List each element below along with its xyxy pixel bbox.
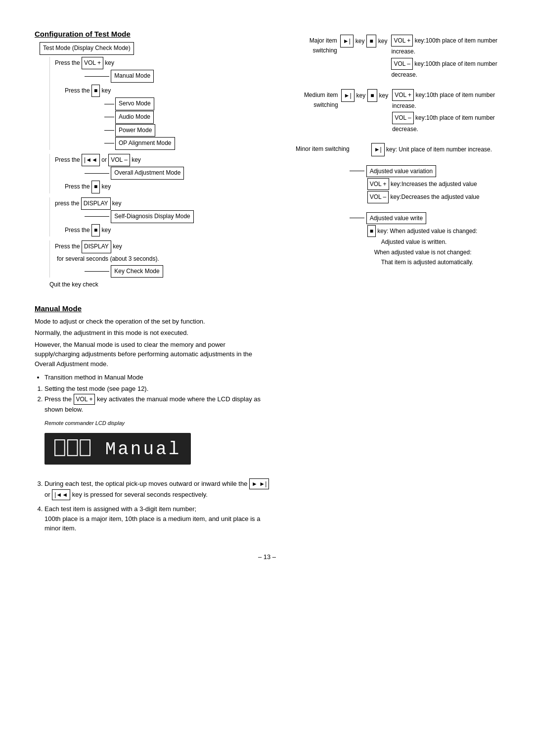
- adj-var-label: Adjusted value variation: [366, 165, 436, 177]
- adj-var-descriptions: VOL + key:Increases the adjusted value V…: [367, 178, 499, 203]
- root-box: Test Mode (Display Check Mode): [40, 42, 134, 55]
- press-display-key: press the DISPLAY key: [55, 197, 270, 210]
- prev-key-inline: |◄◄: [52, 489, 70, 500]
- self-diag-box: Self-Diagnosis Display Mode: [111, 210, 193, 223]
- ff-key-inline: ► ►|: [249, 478, 269, 489]
- right-column: Major item switching ►| key ■ key VOL + …: [285, 30, 499, 533]
- major-switching-label: Major item switching: [285, 35, 337, 56]
- step-1: Setting the test mode (see page 12).: [44, 384, 270, 394]
- medium-switching-label: Medium item switching: [285, 89, 338, 110]
- medium-ff-key: ►|: [341, 89, 355, 102]
- major-stop-key: ■: [366, 35, 376, 47]
- press-prev-vol: Press the |◄◄ or VOL – key: [55, 154, 270, 167]
- transition-bullets: Transition method in Manual Mode: [44, 374, 270, 381]
- press-stop-key-2: Press the ■ key: [65, 181, 270, 193]
- stop-key-1: ■: [91, 85, 100, 97]
- step-4: Each test item is assigned with a 3-digi…: [44, 504, 270, 533]
- vol-plus-key-2: VOL +: [74, 394, 95, 405]
- manual-mode-box: Manual Mode: [111, 70, 154, 83]
- press-display-long-sub: for several seconds (about 3 seconds).: [55, 254, 270, 265]
- bullet-1: Transition method in Manual Mode: [44, 374, 270, 381]
- adj-write-description: ■ key: When adjusted value is changed: A…: [367, 225, 499, 268]
- power-mode-box: Power Mode: [115, 124, 155, 137]
- medium-stop-key: ■: [367, 89, 377, 102]
- test-mode-diagram: Test Mode (Display Check Mode) Press the…: [40, 42, 270, 290]
- manual-para-2: Normally, the adjustment in this mode is…: [35, 328, 270, 338]
- display-key-2: DISPLAY: [82, 240, 111, 253]
- step-3: During each test, the optical pick-up mo…: [44, 478, 270, 500]
- step-2: Press the VOL + key activates the manual…: [44, 394, 270, 415]
- vol-plus-key: VOL +: [82, 57, 103, 70]
- overall-adj-box: Overall Adjustment Mode: [111, 167, 184, 180]
- manual-mode-title: Manual Mode: [35, 304, 270, 313]
- servo-mode-box: Servo Mode: [115, 97, 154, 110]
- diagram-press-vol: Press the VOL + key: [55, 57, 270, 70]
- numbered-list-1: Setting the test mode (see page 12). Pre…: [44, 384, 270, 414]
- manual-mode-section: Manual Mode Mode to adjust or check the …: [35, 304, 270, 533]
- page-number: – 13 –: [35, 553, 499, 561]
- medium-descriptions: VOL + key:10th place of item number incr…: [392, 89, 499, 135]
- lcd-caption: Remote commander LCD display: [44, 420, 270, 426]
- display-key-1: DISPLAY: [81, 197, 111, 210]
- audio-mode-box: Audio Mode: [115, 111, 154, 124]
- minor-switching-label: Minor item switching: [285, 143, 350, 154]
- switching-diagram: Major item switching ►| key ■ key VOL + …: [285, 35, 499, 268]
- lcd-display: ⎕⎕⎕ Manual: [44, 433, 191, 465]
- minor-descriptions: ►| key: Unit place of item number increa…: [371, 143, 492, 156]
- adj-write-label: Adjusted value write: [366, 212, 426, 224]
- manual-para-1: Mode to adjust or check the operation of…: [35, 317, 270, 327]
- key-check-box: Key Check Mode: [111, 265, 163, 278]
- left-column: Configuration of Test Mode Test Mode (Di…: [35, 30, 270, 533]
- page: Configuration of Test Mode Test Mode (Di…: [0, 0, 534, 756]
- major-ff-key: ►|: [340, 35, 354, 47]
- minor-ff-key: ►|: [371, 143, 385, 156]
- major-descriptions: VOL + key:100th place of item number inc…: [391, 35, 499, 80]
- manual-para-3: However, the Manual mode is used to clea…: [35, 340, 270, 369]
- press-display-long: Press the DISPLAY key: [55, 240, 270, 253]
- numbered-list-2: During each test, the optical pick-up mo…: [44, 478, 270, 533]
- press-stop-key-3: Press the ■ key: [65, 224, 270, 237]
- press-stop-key: Press the ■ key: [65, 85, 270, 97]
- lcd-display-section: Remote commander LCD display ⎕⎕⎕ Manual: [44, 420, 270, 472]
- stop-key-3: ■: [91, 224, 100, 237]
- quit-label: Quit the key check: [49, 280, 270, 290]
- prev-key: |◄◄: [82, 154, 100, 167]
- stop-key-2: ■: [91, 181, 100, 193]
- op-alignment-box: OP Alignment Mode: [115, 137, 175, 150]
- vol-minus-key: VOL –: [108, 154, 130, 167]
- config-section-title: Configuration of Test Mode: [35, 30, 270, 38]
